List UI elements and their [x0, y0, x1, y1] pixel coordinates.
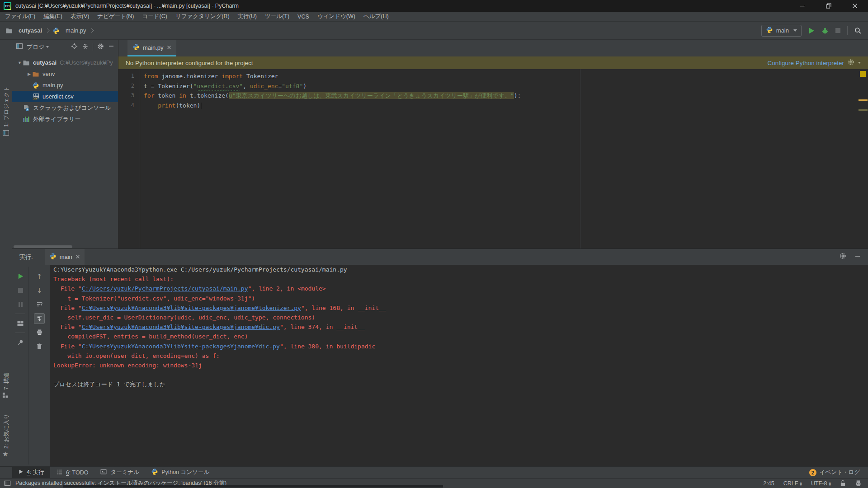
debug-button[interactable]	[821, 27, 829, 34]
tree-item[interactable]: 外部ライブラリー	[12, 113, 118, 125]
menu-item[interactable]: ヘルプ(H)	[359, 12, 393, 21]
menu-item[interactable]: ウィンドウ(W)	[313, 12, 359, 21]
minimize-button[interactable]	[789, 0, 816, 12]
locate-file-button[interactable]	[71, 43, 78, 52]
pin-tab-button[interactable]	[12, 335, 28, 349]
console-text: File "	[53, 285, 82, 292]
sidebar-item-structure[interactable]: 7: 構造	[3, 372, 10, 390]
tab-main-py[interactable]: main.py	[127, 40, 176, 56]
breadcrumb-item[interactable]: cutyasai	[5, 27, 42, 34]
stop-button[interactable]	[835, 28, 841, 33]
code-line[interactable]: from janome.tokenizer import Tokenizer	[144, 71, 868, 81]
rerun-button[interactable]	[12, 269, 28, 283]
caret-position-widget[interactable]: 2:45	[763, 480, 774, 487]
highlighting-level-widget[interactable]	[855, 480, 862, 487]
menu-item[interactable]: ナビゲート(N)	[93, 12, 138, 21]
warning-stripe-mark[interactable]	[859, 99, 868, 101]
code-line[interactable]: for token in t.tokenize(u"東京スカイツリーへのお越しは…	[144, 91, 868, 101]
run-button[interactable]	[808, 27, 815, 34]
pause-output-button[interactable]	[12, 297, 28, 311]
encoding-widget[interactable]: UTF-8▲▼	[811, 480, 831, 487]
inspection-status-indicator[interactable]	[860, 71, 866, 77]
lock-widget[interactable]	[840, 480, 846, 487]
code-token: Tokenizer	[246, 73, 278, 80]
code-line[interactable]: t = Tokenizer("userdict.csv", udic_enc="…	[144, 81, 868, 91]
tree-item[interactable]: main.py	[12, 80, 118, 91]
menu-item[interactable]: ツール(T)	[261, 12, 293, 21]
prev-occurrence-button[interactable]: ↑	[29, 269, 50, 283]
code-token: t = Tokenizer(	[144, 83, 193, 89]
menu-item[interactable]: 編集(E)	[39, 12, 66, 21]
warning-stripe-mark[interactable]	[859, 109, 868, 111]
hide-run-panel-button[interactable]	[854, 253, 861, 261]
code-editor[interactable]: 1234 from janome.tokenizer import Tokeni…	[118, 69, 868, 249]
line-number[interactable]: 4	[118, 101, 140, 111]
play-icon	[808, 27, 815, 34]
title-bar: cutyasai [C:¥Users¥yuzuk¥PycharmProjects…	[0, 0, 868, 12]
toolwindow-bar: 4: 実行6: TODOターミナルPython コンソール 2 イベント・ログ	[0, 466, 868, 478]
line-separator-widget[interactable]: CRLF▲▼	[783, 480, 802, 487]
toolwindow-tab[interactable]: 4: 実行	[12, 467, 50, 478]
event-log-button[interactable]: 2 イベント・ログ	[809, 469, 860, 476]
run-tab-close-icon[interactable]	[75, 253, 80, 260]
restore-button[interactable]	[816, 0, 842, 12]
close-button[interactable]	[842, 0, 868, 12]
next-occurrence-button[interactable]: ↓	[29, 283, 50, 297]
stacktrace-link[interactable]: C:¥Users¥yuzuk¥Anaconda3¥lib¥site-packag…	[82, 324, 280, 330]
stacktrace-link[interactable]: C:¥Users¥yuzuk¥Anaconda3¥lib¥site-packag…	[82, 305, 301, 311]
code-token: u"東京スカイツリーへのお越しは、東武スカイツリーライン「とうきょうスカイツリー…	[229, 92, 514, 99]
tree-item[interactable]: ▶venv	[12, 68, 118, 80]
stacktrace-link[interactable]: C:/Users/yuzuk/PycharmProjects/cutyasai/…	[82, 285, 248, 292]
clear-console-button[interactable]	[29, 339, 50, 353]
tree-expand-icon[interactable]: ▼	[17, 61, 23, 65]
run-tab-main[interactable]: main	[45, 249, 85, 265]
structure-toolwindow-icon[interactable]	[2, 392, 9, 400]
tree-item[interactable]: ▼cutyasaiC:¥Users¥yuzuk¥Py	[12, 57, 118, 68]
menu-item[interactable]: 実行(U)	[234, 12, 261, 21]
line-number[interactable]: 2	[118, 81, 140, 91]
star-icon[interactable]: ★	[2, 450, 8, 458]
pycharm-window: cutyasai [C:¥Users¥yuzuk¥PycharmProjects…	[0, 0, 868, 488]
stacktrace-link[interactable]: C:¥Users¥yuzuk¥Anaconda3¥lib¥site-packag…	[82, 343, 280, 350]
tree-item-label: userdict.csv	[42, 93, 74, 100]
toolwindow-toggle-button[interactable]	[4, 480, 11, 487]
project-toolwindow-icon[interactable]	[2, 129, 9, 138]
console-line: File "C:¥Users¥yuzuk¥Anaconda3¥lib¥site-…	[53, 322, 868, 332]
tree-expand-icon[interactable]: ▶	[26, 72, 32, 76]
project-settings-button[interactable]	[97, 43, 104, 52]
scroll-to-end-button[interactable]	[29, 311, 50, 325]
collapse-all-button[interactable]	[82, 43, 89, 52]
run-settings-button[interactable]	[840, 253, 846, 261]
sidebar-item-favorites[interactable]: 2: お気に入り	[3, 414, 10, 449]
menu-item[interactable]: 表示(V)	[66, 12, 94, 21]
menu-item[interactable]: コード(C)	[138, 12, 171, 21]
tree-item[interactable]: .csvuserdict.csv	[12, 91, 118, 102]
soft-wrap-button[interactable]	[29, 297, 50, 311]
todo-icon	[56, 469, 63, 477]
console-text: LookupError: unknown encoding: windows-3…	[53, 362, 202, 369]
tab-close-icon[interactable]	[167, 44, 171, 51]
line-number[interactable]: 3	[118, 91, 140, 101]
toolwindow-tab[interactable]: Python コンソール	[145, 467, 215, 478]
banner-settings-button[interactable]	[848, 59, 854, 67]
menu-item[interactable]: VCS	[293, 12, 313, 21]
toolwindow-tab[interactable]: ターミナル	[94, 467, 145, 478]
menu-item[interactable]: ファイル(F)	[1, 12, 39, 21]
code-lines[interactable]: from janome.tokenizer import Tokenizert …	[141, 69, 868, 249]
project-panel-title[interactable]: プロジ	[27, 43, 49, 51]
breadcrumb-item[interactable]: main.py	[52, 27, 86, 34]
code-line[interactable]: print(token)	[144, 101, 868, 111]
hide-panel-button[interactable]	[108, 43, 114, 51]
horizontal-scrollbar[interactable]	[14, 245, 72, 248]
search-everywhere-button[interactable]	[854, 27, 862, 34]
restore-layout-button[interactable]	[12, 316, 28, 330]
stop-process-button[interactable]	[12, 283, 28, 297]
configure-interpreter-link[interactable]: Configure Python interpreter	[767, 60, 844, 66]
line-number[interactable]: 1	[118, 71, 140, 81]
run-configuration-select[interactable]: main	[761, 25, 802, 37]
tree-item[interactable]: スクラッチおよびコンソール	[12, 102, 118, 113]
print-button[interactable]	[29, 325, 50, 339]
sidebar-item-project[interactable]: 1: プロジェクト	[3, 86, 10, 127]
toolwindow-tab[interactable]: 6: TODO	[50, 467, 94, 478]
menu-item[interactable]: リファクタリング(R)	[171, 12, 234, 21]
